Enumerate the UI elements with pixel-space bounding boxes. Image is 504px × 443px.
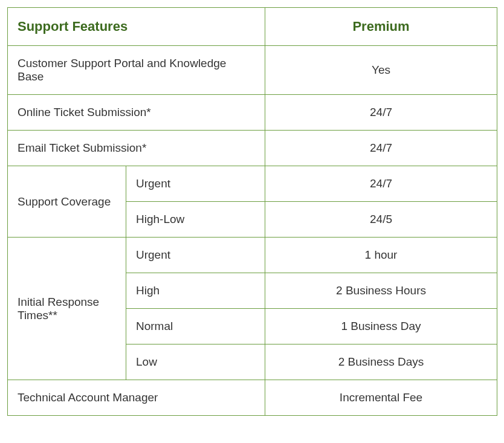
row-response-normal-label: Normal <box>126 309 265 344</box>
table-row: Email Ticket Submission* 24/7 <box>8 131 497 166</box>
row-response-high-value: 2 Business Hours <box>265 273 497 309</box>
row-response-low-value: 2 Business Days <box>265 344 497 380</box>
table-header-row: Support Features Premium <box>8 8 497 46</box>
row-tam-label: Technical Account Manager <box>8 380 265 416</box>
row-portal-label: Customer Support Portal and Knowledge Ba… <box>8 46 265 95</box>
table-row: Customer Support Portal and Knowledge Ba… <box>8 46 497 95</box>
header-premium: Premium <box>265 8 497 46</box>
table-row: Online Ticket Submission* 24/7 <box>8 95 497 131</box>
row-support-coverage-urgent-value: 24/7 <box>265 166 497 202</box>
table-row: Initial Response Times** Urgent 1 hour <box>8 238 497 273</box>
row-online-ticket-label: Online Ticket Submission* <box>8 95 265 131</box>
row-tam-value: Incremental Fee <box>265 380 497 416</box>
row-portal-value: Yes <box>265 46 497 95</box>
row-email-ticket-value: 24/7 <box>265 131 497 166</box>
table-row: Support Coverage Urgent 24/7 <box>8 166 497 202</box>
header-features: Support Features <box>8 8 265 46</box>
row-support-coverage-label: Support Coverage <box>8 166 126 238</box>
row-support-coverage-urgent-label: Urgent <box>126 166 265 202</box>
row-support-coverage-highlow-label: High-Low <box>126 202 265 238</box>
row-response-normal-value: 1 Business Day <box>265 309 497 344</box>
row-response-low-label: Low <box>126 344 265 380</box>
row-support-coverage-highlow-value: 24/5 <box>265 202 497 238</box>
row-response-urgent-value: 1 hour <box>265 238 497 273</box>
row-response-urgent-label: Urgent <box>126 238 265 273</box>
row-email-ticket-label: Email Ticket Submission* <box>8 131 265 166</box>
row-response-times-label: Initial Response Times** <box>8 238 126 380</box>
row-online-ticket-value: 24/7 <box>265 95 497 131</box>
table-row: Technical Account Manager Incremental Fe… <box>8 380 497 416</box>
support-features-table: Support Features Premium Customer Suppor… <box>7 7 497 416</box>
row-response-high-label: High <box>126 273 265 309</box>
